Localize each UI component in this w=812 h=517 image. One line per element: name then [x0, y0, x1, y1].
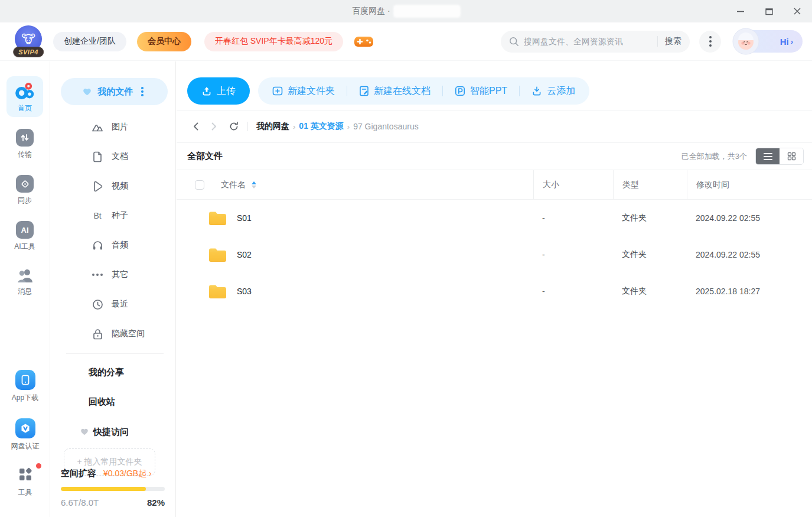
- svip-logo[interactable]: 🐮 SVIP4: [12, 25, 45, 57]
- sidebar-item-recycle-bin[interactable]: 回收站: [51, 387, 175, 417]
- smart-ppt-button[interactable]: 智能PPT: [452, 85, 510, 97]
- sidebar-quick-access[interactable]: 快捷访问: [51, 418, 175, 446]
- window-titlebar: 百度网盘 ·: [0, 0, 812, 22]
- upload-icon: [201, 86, 212, 96]
- storage-price-link[interactable]: ¥0.03/GB起 ›: [103, 469, 152, 479]
- grid-view-icon[interactable]: [780, 148, 803, 164]
- forward-icon[interactable]: [206, 119, 221, 134]
- breadcrumb: 我的网盘 › 01 英文资源 › 97 Gigantosaurus: [177, 110, 812, 142]
- chevron-right-icon: ›: [791, 37, 793, 46]
- main-content: 上传 新建文件夹 新建在线文档 智能PPT 云添加: [177, 61, 812, 517]
- sidebar-item-hidden-space[interactable]: 隐藏空间: [51, 319, 175, 349]
- sidebar-item-torrents[interactable]: Bt 种子: [51, 201, 175, 230]
- member-center-button[interactable]: 会员中心: [137, 32, 191, 51]
- rail-bottom: App下载 网盘认证 工具: [0, 351, 50, 509]
- breadcrumb-item-folder[interactable]: 01 英文资源: [299, 121, 343, 132]
- document-icon: [92, 151, 103, 162]
- sidebar-item-recent[interactable]: 最近: [51, 290, 175, 319]
- sidebar-item-my-shares[interactable]: 我的分享: [51, 357, 175, 387]
- left-rail: 首页 传输 同步 AI AI工具 消息 App下载: [0, 61, 50, 517]
- rail-item-app-download[interactable]: App下载: [7, 366, 44, 407]
- more-menu-icon[interactable]: [699, 31, 721, 53]
- search-box: 搜索: [501, 31, 690, 53]
- create-team-button[interactable]: 创建企业/团队: [53, 32, 126, 51]
- sidebar-item-videos[interactable]: 视频: [51, 171, 175, 201]
- rail-item-ai-tools[interactable]: AI AI工具: [6, 217, 43, 255]
- transfer-icon: [16, 129, 34, 147]
- rail-item-transfer[interactable]: 传输: [6, 125, 43, 163]
- search-icon: [509, 37, 519, 47]
- maximize-icon[interactable]: [764, 6, 774, 17]
- column-type[interactable]: 类型: [622, 180, 639, 190]
- app-download-icon: [15, 370, 35, 390]
- netdisk-logo-icon: [14, 80, 35, 100]
- play-icon: [92, 180, 103, 192]
- storage-usage: 6.6T/8.0T: [61, 498, 99, 508]
- table-row[interactable]: S02 - 文件夹 2024.09.22 02:55: [177, 236, 812, 273]
- chevron-right-icon: ›: [149, 469, 152, 478]
- close-icon[interactable]: [792, 6, 803, 17]
- upload-button[interactable]: 上传: [187, 77, 250, 105]
- select-all-checkbox[interactable]: [195, 180, 204, 190]
- file-toolbar: 上传 新建文件夹 新建在线文档 智能PPT 云添加: [177, 61, 812, 105]
- rail-item-home[interactable]: 首页: [6, 76, 43, 117]
- cloud-add-button[interactable]: 云添加: [529, 85, 578, 97]
- view-toggle: [755, 148, 804, 165]
- breadcrumb-item-current[interactable]: 97 Gigantosaurus: [353, 122, 419, 131]
- heart-collapse-icon: [80, 428, 89, 435]
- avatar: [732, 27, 760, 56]
- table-row[interactable]: S01 - 文件夹 2024.09.22 02:55: [177, 200, 812, 236]
- back-icon[interactable]: [188, 119, 204, 134]
- sidebar-item-my-files[interactable]: 我的文件: [61, 78, 168, 105]
- rail-item-sync[interactable]: 同步: [6, 171, 43, 209]
- table-header: 文件名 大小 类型 修改时间: [177, 170, 812, 200]
- file-list-header: 全部文件 已全部加载，共3个: [177, 143, 812, 170]
- column-name[interactable]: 文件名: [221, 180, 246, 190]
- folder-icon: [208, 283, 227, 300]
- new-folder-button[interactable]: 新建文件夹: [270, 85, 337, 97]
- rail-item-messages[interactable]: 消息: [6, 263, 43, 300]
- bt-icon: Bt: [92, 210, 103, 222]
- sidebar-item-images[interactable]: 图片: [51, 112, 175, 142]
- greeting-label: Hi: [780, 37, 789, 47]
- online-doc-icon: [359, 86, 369, 96]
- messages-icon: [15, 267, 34, 284]
- promo-banner[interactable]: 开春红包 SVIP年卡最高减120元: [204, 32, 343, 51]
- gamepad-icon[interactable]: [354, 31, 374, 51]
- load-status: 已全部加载，共3个: [681, 151, 747, 162]
- search-divider: [657, 36, 658, 47]
- list-view-icon[interactable]: [756, 148, 780, 164]
- breadcrumb-item-root[interactable]: 我的网盘: [256, 121, 289, 132]
- heart-collapse-icon: [83, 88, 92, 96]
- table-row[interactable]: S03 - 文件夹 2025.02.18 18:27: [177, 273, 812, 310]
- column-size[interactable]: 大小: [543, 180, 559, 190]
- minimize-icon[interactable]: [735, 6, 746, 17]
- storage-progress-fill: [61, 487, 146, 491]
- image-icon: [92, 121, 103, 133]
- breadcrumb-separator: ›: [293, 122, 295, 131]
- cloud-add-icon: [531, 86, 542, 96]
- column-modified[interactable]: 修改时间: [696, 180, 729, 190]
- sort-icon[interactable]: [252, 181, 256, 188]
- list-title: 全部文件: [187, 151, 223, 162]
- new-online-doc-button[interactable]: 新建在线文档: [357, 85, 433, 97]
- sidebar-item-audio[interactable]: 音频: [51, 230, 175, 260]
- storage-progress-track: [61, 487, 165, 491]
- topbar: 🐮 SVIP4 创建企业/团队 会员中心 开春红包 SVIP年卡最高减120元 …: [0, 22, 812, 61]
- ellipsis-icon: [92, 269, 103, 281]
- my-files-menu-icon[interactable]: [139, 85, 146, 98]
- smart-ppt-icon: [455, 86, 465, 96]
- clock-icon: [92, 298, 103, 310]
- sidebar-item-documents[interactable]: 文档: [51, 142, 175, 171]
- refresh-icon[interactable]: [226, 119, 242, 134]
- rail-item-tools[interactable]: 工具: [7, 463, 44, 501]
- sidebar-item-others[interactable]: 其它: [51, 260, 175, 290]
- storage-percent: 82%: [147, 498, 165, 508]
- rail-item-verify[interactable]: 网盘认证: [7, 414, 44, 455]
- window-title: 百度网盘 ·: [352, 6, 390, 17]
- search-input[interactable]: [524, 37, 650, 46]
- user-account-button[interactable]: Hi ›: [734, 30, 803, 53]
- svip-badge: SVIP4: [13, 47, 44, 57]
- search-button[interactable]: 搜索: [665, 36, 681, 47]
- window-controls: [735, 0, 803, 22]
